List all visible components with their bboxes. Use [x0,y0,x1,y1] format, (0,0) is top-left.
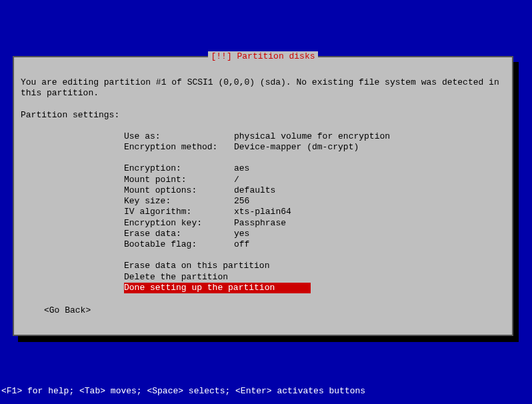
partition-dialog: [!!] Partition disks You are editing par… [13,56,513,336]
setting-use-as[interactable]: Use as: physical volume for encryption [124,131,505,142]
setting-value: off [234,239,249,250]
setting-value: / [234,175,239,185]
action-delete-partition[interactable]: Delete the partition [124,272,505,283]
dialog-title-bar: [!!] Partition disks [14,51,512,61]
setting-label: Bootable flag: [124,239,234,250]
setting-mount-options[interactable]: Mount options: defaults [124,185,505,196]
setting-label: Encryption: [124,163,234,174]
setting-label: Use as: [124,131,234,142]
setting-value: defaults [234,185,275,196]
setting-key-size[interactable]: Key size: 256 [124,196,505,207]
setting-erase-data[interactable]: Erase data: yes [124,229,505,239]
intro-text: You are editing partition #1 of SCSI1 (0… [21,77,505,99]
setting-bootable-flag[interactable]: Bootable flag: off [124,239,505,250]
actions-list: Erase data on this partition Delete the … [124,261,505,293]
setting-value: physical volume for encryption [234,131,390,142]
setting-encryption-method[interactable]: Encryption method: Device-mapper (dm-cry… [124,142,505,153]
action-erase-data[interactable]: Erase data on this partition [124,261,505,271]
help-bar: <F1> for help; <Tab> moves; <Space> sele… [1,386,365,396]
setting-value: xts-plain64 [234,207,291,217]
setting-label: Key size: [124,196,234,207]
setting-label: IV algorithm: [124,207,234,217]
setting-label: Mount options: [124,185,234,196]
setting-iv-algorithm[interactable]: IV algorithm: xts-plain64 [124,207,505,217]
setting-label: Encryption method: [124,142,234,153]
setting-label: Encryption key: [124,218,234,229]
setting-encryption-key[interactable]: Encryption key: Passphrase [124,218,505,229]
setting-value: 256 [234,196,249,207]
setting-value: Device-mapper (dm-crypt) [234,142,359,153]
dialog-title: [!!] Partition disks [208,51,317,61]
setting-value: aes [234,163,249,174]
section-header: Partition settings: [21,110,505,121]
dialog-content: You are editing partition #1 of SCSI1 (0… [14,57,512,323]
setting-label: Erase data: [124,229,234,239]
setting-label: Mount point: [124,175,234,185]
settings-group-1: Use as: physical volume for encryption E… [124,131,505,153]
go-back-button[interactable]: <Go Back> [44,305,91,316]
setting-value: yes [234,229,249,239]
settings-group-2: Encryption: aes Mount point: / Mount opt… [124,163,505,250]
action-done-setting-up[interactable]: Done setting up the partition [124,283,311,293]
setting-encryption[interactable]: Encryption: aes [124,163,505,174]
setting-mount-point[interactable]: Mount point: / [124,175,505,185]
setting-value: Passphrase [234,218,286,229]
